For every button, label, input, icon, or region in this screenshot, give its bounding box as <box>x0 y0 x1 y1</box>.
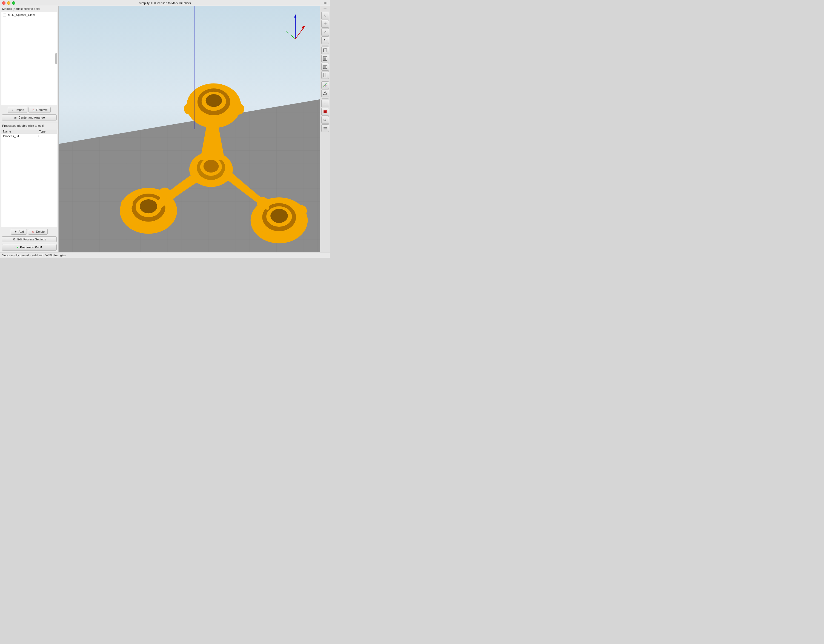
gear-settings-button[interactable]: ⚙ <box>321 116 329 124</box>
left-panel: Models (double-click to edit) MLD_Spinne… <box>0 6 58 252</box>
status-message: Successfully parsed model with 57308 tri… <box>2 253 66 257</box>
main-layout: Models (double-click to edit) MLD_Spinne… <box>0 6 330 252</box>
table-row[interactable]: Process_S1 FFF <box>2 134 57 138</box>
axes-button[interactable] <box>321 81 329 89</box>
more-icon: ••• <box>323 7 326 10</box>
col-name-header: Name <box>2 129 37 133</box>
edit-settings-label: Edit Process Settings <box>17 238 46 241</box>
toolbar-separator-2 <box>322 80 329 80</box>
edit-settings-row: Edit Process Settings <box>0 236 58 243</box>
svg-point-28 <box>271 209 288 223</box>
center-arrange-label: Center and Arrange <box>18 116 45 119</box>
delete-label: Delete <box>36 230 45 233</box>
title-bar: Simplify3D (Licensed to Mark DiFelice) •… <box>0 0 330 6</box>
viewfront-button[interactable] <box>321 63 329 71</box>
minimize-button[interactable] <box>7 2 11 5</box>
right-toolbar: ••• ↖ ✛ ⤢ ↻ <box>320 6 330 252</box>
svg-marker-3 <box>302 26 305 29</box>
delete-process-button[interactable]: Delete <box>28 228 48 235</box>
panel-divider <box>0 122 58 123</box>
svg-rect-51 <box>323 129 327 129</box>
remove-label: Remove <box>37 108 48 112</box>
svg-point-13 <box>203 160 219 173</box>
process-button-row: Add Delete <box>0 227 58 236</box>
delete-icon <box>31 230 35 233</box>
view3d-button[interactable] <box>321 46 329 54</box>
toolbar-separator-1 <box>322 45 329 46</box>
add-label: Add <box>18 230 24 233</box>
svg-point-31 <box>121 199 133 210</box>
process-type: FFF <box>38 135 55 138</box>
processes-section: Processes (double-click to edit) Name Ty… <box>0 123 58 252</box>
scene-svg <box>58 35 320 252</box>
scale-tool-button[interactable]: ⤢ <box>321 28 329 36</box>
processes-list-header: Name Type <box>2 129 57 134</box>
close-button[interactable] <box>2 2 6 5</box>
center-icon <box>14 115 17 120</box>
more-options-icon[interactable]: ••• <box>323 1 327 5</box>
status-bar: Successfully parsed model with 57308 tri… <box>0 252 330 258</box>
models-section-header: Models (double-click to edit) <box>0 6 58 11</box>
svg-point-18 <box>206 94 222 107</box>
svg-marker-46 <box>323 92 327 95</box>
svg-marker-36 <box>323 48 327 49</box>
svg-rect-49 <box>323 127 327 128</box>
add-process-button[interactable]: Add <box>11 228 27 235</box>
wireframe-button[interactable] <box>321 89 329 97</box>
svg-point-23 <box>140 199 157 213</box>
traffic-lights <box>2 2 15 5</box>
window-title: Simplify3D (Licensed to Mark DiFelice) <box>139 2 191 5</box>
process-name: Process_S1 <box>3 135 38 138</box>
add-icon <box>14 230 17 233</box>
maximize-button[interactable] <box>12 2 15 5</box>
viewport-canvas[interactable] <box>58 6 320 252</box>
svg-rect-38 <box>324 57 326 60</box>
move-tool-button[interactable]: ✛ <box>321 20 329 28</box>
import-icon <box>11 108 14 112</box>
render-button[interactable] <box>321 108 329 115</box>
remove-icon <box>31 108 35 112</box>
layers-button[interactable] <box>321 124 329 132</box>
viewtop-button[interactable] <box>321 55 329 63</box>
center-arrange-row: Center and Arrange <box>0 114 58 121</box>
rotate-tool-button[interactable]: ↻ <box>321 37 329 44</box>
svg-rect-40 <box>324 66 326 69</box>
up-arrow-button[interactable]: ↑ <box>321 100 329 107</box>
model-name: MLD_Spinner_Claw <box>8 13 35 17</box>
import-button[interactable]: Import <box>8 107 27 113</box>
list-item[interactable]: MLD_Spinner_Claw <box>2 12 57 17</box>
processes-list[interactable]: Name Type Process_S1 FFF <box>1 129 57 227</box>
viewside-button[interactable] <box>321 71 329 79</box>
remove-button[interactable]: Remove <box>29 107 51 113</box>
scroll-indicator <box>55 53 57 64</box>
svg-point-34 <box>257 197 269 209</box>
import-label: Import <box>15 108 24 112</box>
col-type-header: Type <box>37 129 57 133</box>
model-button-row: Import Remove <box>0 106 58 114</box>
cursor-tool-button[interactable]: ↖ <box>321 12 329 20</box>
model-checkbox[interactable] <box>3 13 6 17</box>
prepare-label: Prepare to Print! <box>20 245 42 249</box>
processes-section-header: Processes (double-click to edit) <box>0 123 58 129</box>
svg-point-33 <box>295 205 307 216</box>
svg-point-30 <box>232 103 244 115</box>
center-arrange-button[interactable]: Center and Arrange <box>2 115 57 121</box>
svg-rect-48 <box>324 110 326 113</box>
svg-point-32 <box>159 187 171 199</box>
svg-rect-50 <box>323 128 327 129</box>
settings-icon <box>12 238 16 241</box>
models-section: Models (double-click to edit) MLD_Spinne… <box>0 6 58 121</box>
models-list[interactable]: MLD_Spinner_Claw <box>1 12 57 105</box>
viewport[interactable] <box>58 6 320 252</box>
prepare-row: Prepare to Print! <box>0 243 58 252</box>
edit-process-settings-button[interactable]: Edit Process Settings <box>2 236 57 242</box>
svg-marker-1 <box>294 14 297 17</box>
prepare-to-print-button[interactable]: Prepare to Print! <box>2 244 57 250</box>
green-dot-icon <box>17 245 18 249</box>
svg-point-29 <box>184 103 196 115</box>
